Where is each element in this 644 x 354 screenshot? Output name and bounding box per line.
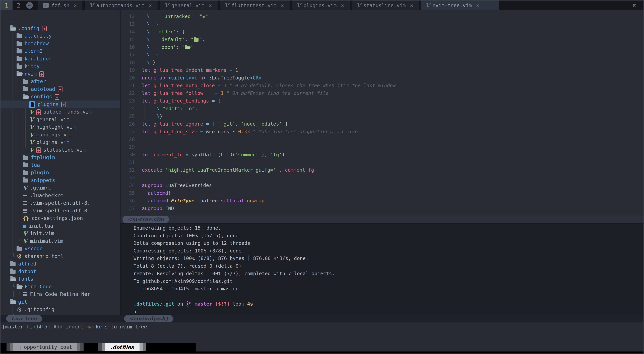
tree-item-git[interactable]: git	[0, 298, 120, 306]
code-token: =	[206, 121, 209, 127]
code-line-34[interactable]: 34augroup LuaTreeOverrides	[120, 182, 644, 189]
code-line-24[interactable]: 24 \ "edit": "o",	[120, 105, 644, 112]
code-line-29[interactable]: 29	[120, 143, 644, 151]
tree-item-.vim-spell-en.utf-8.[interactable]: .vim-spell-en.utf-8.	[0, 207, 120, 215]
close-all-icon[interactable]: ✖	[625, 0, 644, 10]
code-line-25[interactable]: 25 \}	[120, 112, 644, 120]
terminal-line: remote: Resolving deltas: 100% (7/7), co…	[134, 270, 644, 278]
tree-item-nvim[interactable]: nvim+	[0, 70, 120, 78]
code-line-23[interactable]: 23let g:lua_tree_bindings = {	[120, 97, 644, 105]
tree-item-lua[interactable]: lua	[0, 161, 120, 169]
tree-item-statusline.vim[interactable]: └V+statusline.vim	[0, 146, 120, 154]
code-line-20[interactable]: 20nnoremap <silent><c-n> :LuaTreeToggle<…	[120, 74, 644, 82]
tab-fluttertest.vim[interactable]: Vfluttertest.vim×	[220, 0, 290, 10]
code-line-35[interactable]: 35 autocmd!	[120, 189, 644, 197]
tree-item-plugins[interactable]: plugins+	[0, 100, 120, 108]
tree-item-alfred[interactable]: alfred	[0, 260, 120, 268]
tree-item-ftplugin[interactable]: ftplugin	[0, 154, 120, 161]
file-tree-sidebar[interactable]: ...config+alacrittyhomebrewiterm2karabin…	[0, 10, 120, 315]
tmux-tab-number-2[interactable]: 2	[12, 0, 24, 10]
code-line-17[interactable]: 17\ }	[120, 51, 644, 59]
code-line-28[interactable]: 28	[120, 135, 644, 143]
code-line-22[interactable]: 22let g:lua_tree_follow = 1 " On bufEnte…	[120, 89, 644, 97]
code-line-36[interactable]: 36 autocmd FileType LuaTree setlocal now…	[120, 197, 644, 205]
tree-item-alacritty[interactable]: alacritty	[0, 32, 120, 40]
tree-item-.gitignore-global[interactable]: └.gitignore_global	[0, 313, 120, 315]
tree-item-Fira-Code-Retina-Ner[interactable]: │└Fira Code Retina Ner	[0, 290, 120, 298]
tree-item-..[interactable]: ..	[0, 17, 120, 24]
tree-item-autocommands.vim[interactable]: V+autocommands.vim	[0, 108, 120, 116]
tab-close-icon[interactable]: ×	[74, 2, 77, 8]
code-line-19[interactable]: 19let g:lua_tree_indent_markers = 1	[120, 66, 644, 74]
tree-item-autoload[interactable]: autoload+	[0, 85, 120, 93]
tree-item-general.vim[interactable]: Vgeneral.vim	[0, 116, 120, 123]
tree-item-init.vim[interactable]: Vinit.vim	[0, 230, 120, 237]
code-editor[interactable]: 12\ 'untracked': "★"13\ },14\ 'folder': …	[120, 10, 644, 216]
tab-general.vim[interactable]: Vgeneral.vim×	[160, 0, 218, 10]
tree-item-.config[interactable]: .config+	[0, 24, 120, 32]
code-line-16[interactable]: 16\ 'open': ""	[120, 43, 644, 51]
folder-icon	[23, 171, 28, 175]
tree-item-snippets[interactable]: snippets	[0, 176, 120, 184]
tmux-window-label[interactable]: □ opportunity_cost	[13, 343, 77, 351]
tree-item-vscode[interactable]: vscode	[0, 245, 120, 253]
tab-plugins.vim[interactable]: Vplugins.vim×	[292, 0, 350, 10]
code-line-18[interactable]: 18\ }	[120, 59, 644, 66]
tree-item-.gitconfig[interactable]: ⚙.gitconfig	[0, 306, 120, 313]
tree-item-plugins.vim[interactable]: Vplugins.vim	[0, 138, 120, 146]
code-token: \	[147, 13, 150, 19]
code-line-13[interactable]: 13\ },	[120, 20, 644, 28]
code-line-37[interactable]: 37augroup END	[120, 205, 644, 212]
code-line-31[interactable]: 31	[120, 158, 644, 166]
tree-item-highlight.vim[interactable]: Vhighlight.vim	[0, 123, 120, 131]
tree-item-starship.toml[interactable]: └⚙starship.toml	[0, 253, 120, 260]
tab-statusline.vim[interactable]: Vstatusline.vim×	[352, 0, 419, 10]
code-line-14[interactable]: 14\ 'folder': {	[120, 28, 644, 35]
tree-item-.vim-spell-en.utf-8.[interactable]: .vim-spell-en.utf-8.	[0, 199, 120, 207]
line-number: 36	[120, 197, 142, 205]
tree-item-kitty[interactable]: kitty	[0, 62, 120, 70]
tmux-tab-number-1[interactable]: 1	[0, 0, 12, 10]
tree-item-plugin[interactable]: plugin	[0, 169, 120, 176]
tmux-window-opportunity-cost[interactable]: □ opportunity_cost	[6, 343, 84, 351]
tree-item-coc-settings.json[interactable]: {}coc-settings.json	[0, 214, 120, 222]
code-line-26[interactable]: 26let g:lua_tree_ignore = [ '.git', 'nod…	[120, 120, 644, 128]
code-line-21[interactable]: 21let g:lua_tree_auto_close = 1 " 0 by d…	[120, 82, 644, 89]
tree-item-fonts[interactable]: fonts	[0, 275, 120, 283]
tree-item-Fira-Code[interactable]: └Fira Code	[0, 283, 120, 291]
tree-item-homebrew[interactable]: homebrew	[0, 40, 120, 47]
tree-item-init.lua[interactable]: ●init.lua	[0, 222, 120, 230]
tab-close-icon[interactable]: ×	[281, 2, 284, 8]
code-line-15[interactable]: 15\ 'default': "",	[120, 35, 644, 43]
tree-item-.luacheckrc[interactable]: .luacheckrc	[0, 192, 120, 199]
code-line-12[interactable]: 12\ 'untracked': "★"	[120, 12, 644, 20]
tab-close-icon[interactable]: ×	[149, 2, 152, 8]
tab-autocommands.vim[interactable]: Vautocommands.vim×	[85, 0, 158, 10]
tree-item-mappings.vim[interactable]: Vmappings.vim	[0, 131, 120, 139]
code-line-33[interactable]: 33	[120, 174, 644, 182]
code-token	[142, 190, 148, 196]
tree-item-.gvimrc[interactable]: V.gvimrc	[0, 184, 120, 192]
tree-item-after[interactable]: after	[0, 78, 120, 85]
tab-close-icon[interactable]: ×	[410, 2, 413, 8]
code-line-30[interactable]: 30let comment_fg = synIDattr(hlID('Comme…	[120, 151, 644, 158]
code-line-27[interactable]: 27let g:lua_tree_size = &columns ⋆ 0.33 …	[120, 128, 644, 135]
tree-item-label: snippets	[31, 177, 55, 183]
tab-close-icon[interactable]: ×	[476, 2, 479, 8]
tab-nvim-tree.vim[interactable]: Vnvim-tree.vim×	[421, 0, 499, 10]
tmux-window-dotfiles[interactable]: .dotfiles	[98, 343, 146, 351]
tree-item-iterm2[interactable]: iterm2	[0, 47, 120, 55]
history-back-icon[interactable]: ←	[26, 2, 33, 9]
folder-icon	[23, 80, 28, 84]
tree-item-configs[interactable]: configs+	[0, 93, 120, 100]
tree-item-dotbot[interactable]: dotbot	[0, 268, 120, 275]
tree-item-karabiner[interactable]: karabiner	[0, 55, 120, 63]
tmux-window-label[interactable]: .dotfiles	[105, 343, 140, 351]
code-token: ),	[262, 152, 270, 157]
tab-close-icon[interactable]: ×	[209, 2, 212, 8]
tab-fzf.sh[interactable]: >_fzf.sh×	[38, 0, 82, 10]
terminal-split[interactable]: Enumerating objects: 15, done.Counting o…	[120, 223, 644, 315]
tab-close-icon[interactable]: ×	[341, 2, 344, 8]
code-line-32[interactable]: 32execute 'highlight LuaTreeIndentMarker…	[120, 166, 644, 174]
tree-item-minimal.vim[interactable]: └Vminimal.vim	[0, 237, 120, 245]
